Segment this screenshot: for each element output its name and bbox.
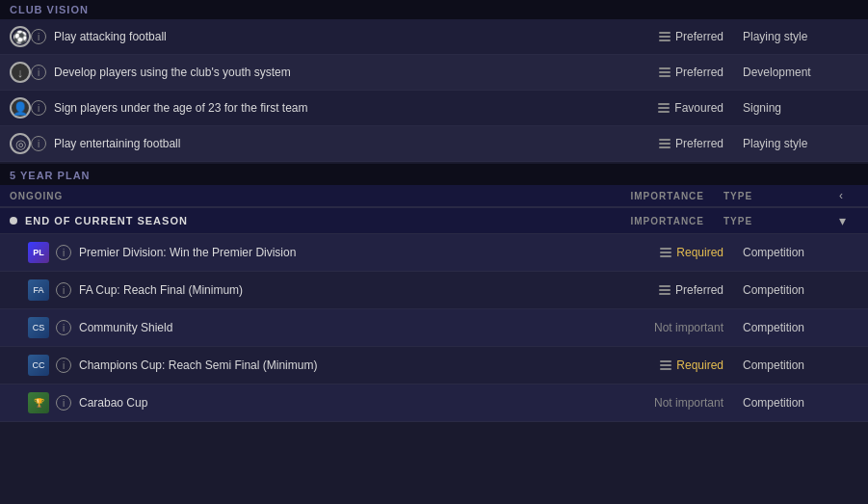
plan-info-1[interactable]: i <box>56 245 71 260</box>
plan-imp-text-3: Not important <box>654 321 723 334</box>
vision-importance-2: Preferred <box>627 66 743 79</box>
club-vision-section: CLUB VISION ⚽ i Play attacking football … <box>0 0 868 162</box>
plan-importance-5: Not important <box>627 396 743 410</box>
vision-row-1: ⚽ i Play attacking football Preferred Pl… <box>0 19 868 55</box>
plan-imp-text-1: Required <box>676 246 723 259</box>
end-arrow[interactable]: ▾ <box>839 213 858 228</box>
plan-icon-2: FA <box>27 279 50 302</box>
vision-importance-1: Preferred <box>627 30 743 43</box>
plan-type-3: Competition <box>743 321 858 334</box>
vision-label-2: Develop players using the club's youth s… <box>54 66 627 79</box>
plan-label-1: Premier Division: Win the Premier Divisi… <box>79 246 627 259</box>
plan-importance-1: Required <box>627 246 743 259</box>
plan-row-3: CS i Community Shield Not important Comp… <box>0 309 868 347</box>
premier-badge: PL <box>28 242 49 263</box>
info-icon-1[interactable]: i <box>31 29 46 44</box>
plan-row-5: 🏆 i Carabao Cup Not important Competitio… <box>0 385 868 422</box>
plan-imp-text-5: Not important <box>654 396 723 410</box>
plan-row-4: CC i Champions Cup: Reach Semi Final (Mi… <box>0 347 868 385</box>
club-vision-header: CLUB VISION <box>0 0 868 19</box>
vision-type-2: Development <box>743 66 858 79</box>
plan-info-3[interactable]: i <box>56 320 71 335</box>
lines-icon-2 <box>659 67 671 77</box>
plan-lines-2 <box>659 285 671 295</box>
vision-row-3: 👤 i Sign players under the age of 23 for… <box>0 91 868 126</box>
vision-icon-1: ⚽ <box>10 26 31 47</box>
end-importance-col: IMPORTANCE <box>608 216 723 226</box>
plan-imp-text-4: Required <box>676 358 723 372</box>
plan-info-2[interactable]: i <box>56 282 71 298</box>
lines-icon-4 <box>659 139 671 148</box>
ongoing-importance-col: IMPORTANCE <box>608 191 723 201</box>
plan-row-1: PL i Premier Division: Win the Premier D… <box>0 234 868 272</box>
ongoing-arrow[interactable]: ‹ <box>839 189 858 202</box>
plan-type-2: Competition <box>743 283 858 297</box>
info-icon-3[interactable]: i <box>31 100 46 116</box>
plan-importance-2: Preferred <box>627 283 743 297</box>
plan-type-4: Competition <box>743 358 858 372</box>
info-icon-4[interactable]: i <box>31 136 46 151</box>
plan-info-5[interactable]: i <box>56 395 71 411</box>
community-badge: CS <box>28 317 49 338</box>
vision-row-2: ↓ i Develop players using the club's you… <box>0 55 868 91</box>
fa-badge: FA <box>28 279 49 301</box>
vision-type-3: Signing <box>743 101 858 115</box>
plan-label-2: FA Cup: Reach Final (Minimum) <box>79 283 627 297</box>
plan-label-3: Community Shield <box>79 321 627 334</box>
vision-label-3: Sign players under the age of 23 for the… <box>54 101 627 115</box>
info-icon-2[interactable]: i <box>31 65 46 80</box>
group-dot <box>10 217 17 225</box>
five-year-plan-section: 5 YEAR PLAN ONGOING IMPORTANCE TYPE ‹ EN… <box>0 164 868 422</box>
plan-imp-text-2: Preferred <box>675 283 723 297</box>
end-type-col: TYPE <box>723 216 839 226</box>
plan-label-5: Carabao Cup <box>79 396 627 410</box>
lines-icon-3 <box>658 103 670 113</box>
plan-importance-3: Not important <box>627 321 743 334</box>
plan-icon-3: CS <box>27 316 50 339</box>
plan-header: 5 YEAR PLAN <box>0 164 868 185</box>
vision-importance-3: Favoured <box>627 101 743 115</box>
plan-label-4: Champions Cup: Reach Semi Final (Minimum… <box>79 358 627 372</box>
ongoing-label: ONGOING <box>10 191 608 201</box>
vision-type-1: Playing style <box>743 30 858 43</box>
vision-icon-4: ◎ <box>10 133 31 154</box>
vision-icon-2: ↓ <box>10 62 31 83</box>
carabao-badge: 🏆 <box>28 392 49 413</box>
plan-icon-1: PL <box>27 241 50 264</box>
end-season-group-header: END OF CURRENT SEASON IMPORTANCE TYPE ▾ <box>0 207 868 234</box>
plan-info-4[interactable]: i <box>56 358 71 373</box>
ongoing-type-col: TYPE <box>723 191 839 201</box>
vision-label-1: Play attacking football <box>54 30 627 43</box>
ongoing-subheader: ONGOING IMPORTANCE TYPE ‹ <box>0 185 868 207</box>
plan-icon-4: CC <box>27 354 50 377</box>
vision-icon-3: 👤 <box>10 97 31 119</box>
plan-row-2: FA i FA Cup: Reach Final (Minimum) Prefe… <box>0 272 868 309</box>
vision-type-4: Playing style <box>743 137 858 150</box>
plan-lines-1 <box>660 248 671 257</box>
lines-icon-1 <box>659 32 671 41</box>
plan-importance-4: Required <box>627 358 743 372</box>
vision-row-4: ◎ i Play entertaining football Preferred… <box>0 126 868 162</box>
end-season-label: END OF CURRENT SEASON <box>25 215 608 226</box>
champions-badge: CC <box>28 355 49 376</box>
plan-type-1: Competition <box>743 246 858 259</box>
plan-icon-5: 🏆 <box>27 391 50 414</box>
plan-lines-4 <box>660 360 671 370</box>
vision-label-4: Play entertaining football <box>54 137 627 150</box>
vision-importance-4: Preferred <box>627 137 743 150</box>
plan-type-5: Competition <box>743 396 858 410</box>
